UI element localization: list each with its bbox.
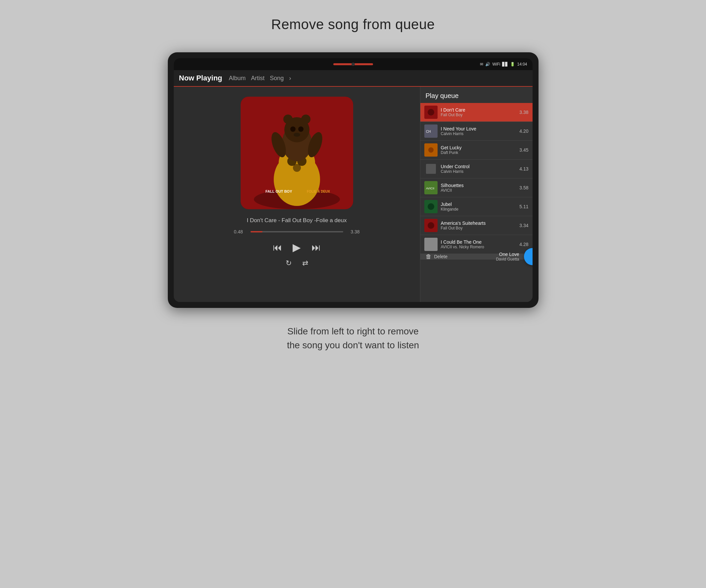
- queue-thumb: [424, 162, 438, 175]
- clock: 14:04: [517, 62, 527, 67]
- delete-item-info: One Love David Guetta: [496, 251, 519, 262]
- queue-title: Play queue: [420, 87, 533, 103]
- status-bar: ✉ 🔊 WiFi ▊▊ 🔋 14:04: [174, 58, 533, 70]
- queue-item[interactable]: CH I Need Your Love Calvin Harris 4.20: [420, 122, 533, 141]
- tab-album[interactable]: Album: [229, 75, 246, 82]
- queue-list: I Don't Care Fall Out Boy 3.38 CH I Need…: [420, 103, 533, 302]
- camera-indicator: [352, 63, 355, 66]
- nav-now-playing[interactable]: Now Playing: [179, 74, 223, 82]
- queue-item-name: America's Suitehearts: [441, 221, 517, 226]
- queue-item[interactable]: Jubel Klingande 5.11: [420, 197, 533, 216]
- time-current: 0.48: [234, 229, 247, 234]
- queue-item-name: I Need Your Love: [441, 126, 517, 131]
- queue-item[interactable]: Under Control Calvin Harris 4.13: [420, 160, 533, 179]
- queue-item[interactable]: I Could Be The One AVICII vs. Nicky Rome…: [420, 235, 533, 254]
- queue-item[interactable]: Get Lucky Daft Punk 3.45: [420, 141, 533, 160]
- song-title-display: I Don't Care - Fall Out Boy -Folie a deu…: [247, 217, 347, 224]
- svg-point-31: [428, 203, 434, 210]
- repeat-button[interactable]: ↻: [286, 259, 291, 268]
- svg-text:AVICII: AVICII: [426, 187, 434, 190]
- queue-thumb: [424, 143, 438, 157]
- queue-item-duration: 4.28: [519, 242, 528, 247]
- queue-info: I Don't Care Fall Out Boy: [441, 107, 517, 117]
- queue-thumb: [424, 200, 438, 213]
- queue-item-name: Jubel: [441, 202, 517, 207]
- queue-item-artist: Daft Punk: [441, 150, 517, 155]
- controls-row: ⏮ ▶ ⏭: [273, 241, 321, 253]
- queue-thumb: [424, 238, 438, 251]
- queue-panel: Play queue I Don't Care Fall Out Boy 3.3…: [420, 87, 533, 302]
- secondary-controls: ↻ ⇄: [286, 259, 308, 268]
- svg-rect-34: [424, 238, 438, 251]
- queue-info: America's Suitehearts Fall Out Boy: [441, 221, 517, 230]
- svg-point-16: [298, 126, 304, 132]
- svg-point-12: [301, 115, 310, 124]
- footer-line1: Slide from left to right to remove: [287, 324, 419, 338]
- delete-icon: 🗑: [426, 253, 432, 260]
- svg-point-33: [428, 222, 434, 229]
- queue-item-duration: 3.45: [519, 147, 528, 153]
- progress-fill: [250, 231, 263, 232]
- queue-item-duration: 4.20: [519, 128, 528, 134]
- queue-info: Get Lucky Daft Punk: [441, 145, 517, 155]
- time-total: 3.38: [347, 229, 360, 234]
- prev-button[interactable]: ⏮: [273, 242, 282, 253]
- queue-item-name: Get Lucky: [441, 145, 517, 150]
- queue-item-artist: Calvin Harris: [441, 169, 517, 174]
- queue-item-delete-reveal: 🗑 Delete One Love David Guetta: [420, 254, 533, 260]
- wifi-icon: WiFi: [492, 62, 500, 67]
- status-bar-right: ✉ 🔊 WiFi ▊▊ 🔋 14:04: [480, 62, 527, 67]
- svg-point-8: [293, 164, 301, 172]
- tab-song[interactable]: Song: [270, 75, 284, 82]
- queue-item-artist: Fall Out Boy: [441, 226, 517, 230]
- svg-point-21: [428, 109, 434, 116]
- queue-thumb: [424, 219, 438, 232]
- queue-item-duration: 5.11: [519, 204, 528, 209]
- volume-icon: 🔊: [485, 62, 490, 67]
- page-title: Remove song from queue: [271, 16, 435, 33]
- queue-item-duration: 3.38: [519, 110, 528, 115]
- svg-point-11: [283, 115, 292, 124]
- album-art: FALL OUT BOY FOLIE À DEUX: [241, 97, 353, 209]
- queue-info: Silhouettes AVICII: [441, 183, 517, 193]
- queue-thumb: AVICII: [424, 181, 438, 194]
- battery-icon: 🔋: [510, 62, 515, 67]
- progress-row: 0.48 3.38: [234, 229, 360, 234]
- mail-icon: ✉: [480, 62, 483, 67]
- queue-info: I Could Be The One AVICII vs. Nicky Rome…: [441, 239, 517, 249]
- tablet-screen: ✉ 🔊 WiFi ▊▊ 🔋 14:04 Now Playing Album Ar…: [174, 58, 533, 302]
- queue-item-artist: Klingande: [441, 207, 517, 211]
- queue-item[interactable]: I Don't Care Fall Out Boy 3.38: [420, 103, 533, 122]
- progress-bar[interactable]: [250, 231, 343, 232]
- tab-artist[interactable]: Artist: [251, 75, 265, 82]
- queue-info: I Need Your Love Calvin Harris: [441, 126, 517, 136]
- queue-item-artist: Fall Out Boy: [441, 113, 517, 117]
- signal-icon: ▊▊: [502, 62, 508, 67]
- player-panel: FALL OUT BOY FOLIE À DEUX I Don't Care -…: [174, 87, 420, 302]
- queue-item-duration: 4.13: [519, 166, 528, 171]
- chevron-icon: ›: [289, 75, 291, 82]
- queue-item-name: Under Control: [441, 164, 517, 169]
- delete-label[interactable]: Delete: [434, 254, 447, 259]
- tablet-device: ✉ 🔊 WiFi ▊▊ 🔋 14:04 Now Playing Album Ar…: [168, 52, 539, 308]
- play-button[interactable]: ▶: [292, 241, 301, 253]
- svg-text:FALL OUT BOY: FALL OUT BOY: [266, 189, 292, 193]
- queue-item[interactable]: America's Suitehearts Fall Out Boy 3.34: [420, 216, 533, 235]
- queue-item-duration: 3.34: [519, 223, 528, 228]
- queue-item-name: Silhouettes: [441, 183, 517, 188]
- queue-item-artist: Calvin Harris: [441, 131, 517, 136]
- svg-text:FOLIE À DEUX: FOLIE À DEUX: [307, 189, 330, 193]
- svg-point-15: [290, 126, 296, 132]
- main-content: FALL OUT BOY FOLIE À DEUX I Don't Care -…: [174, 87, 533, 302]
- queue-item-duration: 3.58: [519, 185, 528, 190]
- queue-item[interactable]: AVICII Silhouettes AVICII 3.58: [420, 179, 533, 197]
- next-button[interactable]: ⏭: [311, 242, 321, 253]
- svg-point-17: [293, 133, 300, 137]
- shuffle-button[interactable]: ⇄: [302, 259, 308, 268]
- queue-item-artist: AVICII: [441, 188, 517, 193]
- queue-info: Jubel Klingande: [441, 202, 517, 211]
- queue-item-name: I Could Be The One: [441, 239, 517, 245]
- svg-text:CH: CH: [426, 130, 431, 133]
- footer-line2: the song you don't want to listen: [287, 338, 419, 352]
- nav-bar: Now Playing Album Artist Song ›: [174, 70, 533, 87]
